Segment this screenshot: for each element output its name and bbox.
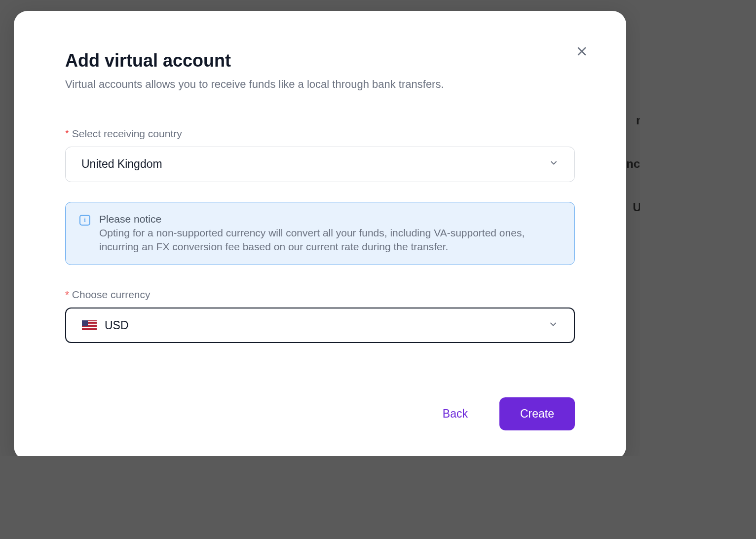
background-text-fragment: na bbox=[636, 114, 640, 127]
country-label-text: Select receiving country bbox=[72, 128, 182, 140]
currency-select[interactable]: USD bbox=[65, 308, 575, 343]
notice-banner: i Please notice Opting for a non-support… bbox=[65, 202, 575, 266]
country-label: * Select receiving country bbox=[65, 128, 575, 140]
chevron-down-icon bbox=[548, 319, 558, 332]
required-indicator: * bbox=[65, 289, 69, 301]
background-text-fragment: UK bbox=[633, 200, 640, 214]
flag-us-icon bbox=[82, 320, 97, 330]
modal-title: Add virtual account bbox=[65, 50, 575, 71]
create-button[interactable]: Create bbox=[499, 397, 575, 430]
currency-label-text: Choose currency bbox=[72, 289, 151, 301]
info-icon: i bbox=[79, 215, 90, 226]
chevron-down-icon bbox=[549, 157, 559, 171]
back-button[interactable]: Back bbox=[433, 401, 478, 426]
currency-label: * Choose currency bbox=[65, 289, 575, 301]
background-text-fragment: ncia bbox=[626, 157, 640, 171]
country-select-value: United Kingdom bbox=[81, 157, 162, 171]
close-button[interactable] bbox=[573, 43, 591, 61]
close-icon bbox=[576, 45, 588, 59]
notice-text: Opting for a non-supported currency will… bbox=[99, 226, 561, 254]
notice-title: Please notice bbox=[99, 213, 561, 225]
add-virtual-account-modal: Add virtual account Virtual accounts all… bbox=[14, 11, 626, 456]
modal-subtitle: Virtual accounts allows you to receive f… bbox=[65, 77, 575, 92]
currency-select-value: USD bbox=[105, 319, 129, 332]
modal-footer: Back Create bbox=[65, 397, 575, 430]
required-indicator: * bbox=[65, 128, 69, 139]
country-select[interactable]: United Kingdom bbox=[65, 147, 575, 182]
